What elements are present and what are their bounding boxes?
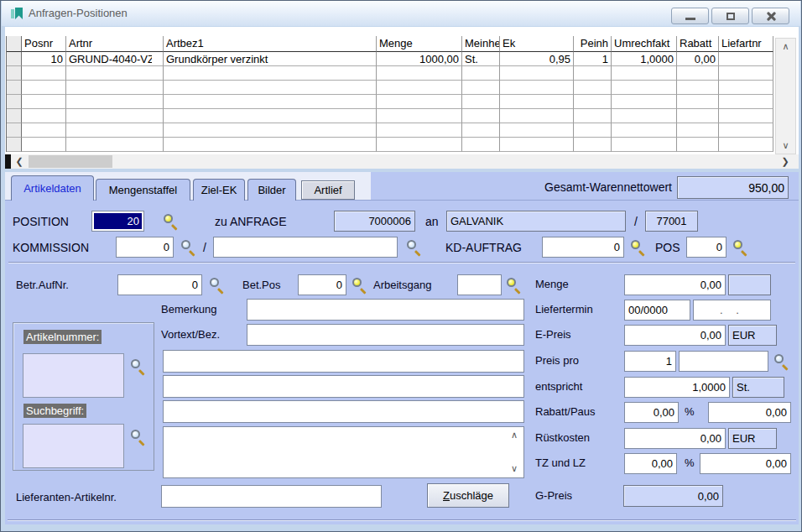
preis-pro-unit-field[interactable]: [679, 351, 768, 372]
row-selector: [7, 138, 22, 152]
empty-cell: [22, 109, 66, 123]
ruestkosten-currency-field: EUR: [728, 428, 777, 449]
col-header-ek[interactable]: Ek: [500, 36, 574, 52]
scroll-right-icon[interactable]: ❯: [775, 154, 795, 169]
liefertermin-date-field[interactable]: . .: [693, 300, 771, 321]
table-row[interactable]: 10 GRUND-4040-VZ Grundkörper verzinkt 10…: [6, 52, 773, 66]
tab-bilder[interactable]: Bilder: [247, 179, 296, 201]
title-bar[interactable]: Anfragen-Positionen: [2, 1, 800, 26]
pos-search-icon[interactable]: [732, 239, 749, 256]
position-field[interactable]: 20: [91, 211, 144, 232]
position-label: POSITION: [13, 215, 69, 228]
text-scroll-down-icon[interactable]: ∨: [508, 463, 521, 474]
arbeitsgang-search-icon[interactable]: [506, 277, 523, 294]
preis-pro-field[interactable]: 1: [624, 351, 676, 372]
minimize-button[interactable]: [671, 8, 709, 24]
col-header-artnr[interactable]: Artnr: [66, 36, 164, 52]
table-row-empty[interactable]: [6, 95, 773, 109]
liefertermin-field[interactable]: 00/0000: [624, 300, 690, 321]
table-row-empty[interactable]: [6, 81, 773, 95]
col-header-rabatt[interactable]: Rabatt: [677, 36, 719, 52]
slash-label: /: [634, 215, 638, 228]
kommission-text-field[interactable]: [213, 237, 398, 258]
rabatt-paus-amount-field[interactable]: 0,00: [708, 402, 791, 423]
preis-pro-search-icon[interactable]: [773, 353, 790, 370]
scroll-down-icon[interactable]: ∨: [776, 140, 795, 151]
summary-value: 950,00: [677, 176, 789, 199]
empty-cell: [719, 66, 773, 81]
col-header-umrechfakt[interactable]: Umrechfakt: [612, 36, 677, 52]
col-header-artbez1[interactable]: Artbez1: [164, 36, 377, 52]
betr-aufnr-field[interactable]: 0: [117, 274, 202, 295]
empty-cell: [719, 123, 773, 138]
suchbegriff-field[interactable]: [23, 424, 124, 468]
empty-cell: [677, 138, 719, 152]
empty-cell: [164, 81, 377, 95]
kommission-search-icon[interactable]: [180, 239, 197, 256]
tab-mengenstaffel[interactable]: Mengenstaffel: [96, 179, 190, 201]
menge-field[interactable]: 0,00: [624, 274, 726, 295]
row-selector[interactable]: [7, 52, 22, 66]
tz-lz-amount-field[interactable]: 0,00: [700, 453, 791, 474]
langtext-field[interactable]: [163, 426, 524, 478]
col-header-peinh[interactable]: Peinh: [574, 36, 612, 52]
window-title: Anfragen-Positionen: [29, 7, 128, 19]
suchbegriff-search-icon[interactable]: [130, 429, 147, 446]
col-header-liefartnr[interactable]: Liefartnr: [719, 36, 773, 52]
e-preis-field[interactable]: 0,00: [624, 325, 726, 346]
arbeitsgang-label: Arbeitsgang: [373, 279, 431, 291]
empty-cell: [22, 123, 66, 138]
artikelnummer-field[interactable]: [23, 353, 124, 398]
artlief-button[interactable]: Artlief: [301, 180, 355, 200]
arbeitsgang-field[interactable]: [457, 274, 502, 295]
col-header-menge[interactable]: Menge: [377, 36, 462, 52]
freitext-row-2[interactable]: [163, 375, 524, 398]
kd-auftrag-search-icon[interactable]: [630, 239, 647, 256]
artikelnummer-label: Artikelnummer:: [23, 330, 102, 344]
vortext-field[interactable]: [247, 324, 524, 346]
restore-button[interactable]: [711, 8, 749, 24]
tab-artikeldaten[interactable]: Artikeldaten: [11, 175, 94, 201]
kommission-text-search-icon[interactable]: [406, 239, 423, 256]
scrollbar-thumb[interactable]: [29, 155, 112, 168]
kommission-field[interactable]: 0: [116, 237, 174, 258]
entspricht-field[interactable]: 1,0000: [624, 377, 730, 398]
bet-pos-field[interactable]: 0: [298, 274, 346, 295]
lieferanten-artikelnr-field[interactable]: [161, 485, 382, 508]
tz-lz-percent-field[interactable]: 0,00: [624, 453, 677, 474]
table-row-empty[interactable]: [6, 138, 773, 152]
grid-vertical-scrollbar[interactable]: ∧ ∨: [775, 38, 796, 154]
vortext-label: Vortext/Bez.: [161, 328, 220, 341]
tab-ziel-ek[interactable]: Ziel-EK: [193, 179, 245, 201]
artikelnummer-search-icon[interactable]: [130, 358, 147, 375]
cell-meinh: St.: [462, 52, 500, 66]
col-header-posnr[interactable]: Posnr: [22, 36, 66, 52]
grid-horizontal-scrollbar[interactable]: ❮ ❯: [5, 154, 799, 169]
rabatt-paus-percent-field[interactable]: 0,00: [624, 402, 679, 423]
text-scroll-up-icon[interactable]: ∧: [508, 430, 521, 441]
table-row-empty[interactable]: [6, 123, 773, 138]
col-header-meinheit[interactable]: Meinheit: [462, 36, 500, 52]
table-row-empty[interactable]: [6, 66, 773, 81]
ruestkosten-field[interactable]: 0,00: [624, 428, 726, 449]
scroll-left-icon[interactable]: ❮: [12, 154, 27, 169]
freitext-row-1[interactable]: [163, 350, 524, 373]
bet-pos-search-icon[interactable]: [352, 277, 368, 294]
close-button[interactable]: [752, 8, 789, 24]
empty-cell: [66, 109, 164, 123]
scroll-up-icon[interactable]: ∧: [776, 41, 795, 52]
minimize-icon: [685, 18, 695, 20]
empty-cell: [66, 95, 164, 109]
table-row-empty[interactable]: [6, 109, 773, 123]
bemerkung-field[interactable]: [247, 299, 524, 321]
row-selector: [7, 123, 22, 138]
empty-cell: [574, 81, 612, 95]
e-preis-currency-field: EUR: [728, 325, 777, 346]
freitext-row-3[interactable]: [163, 400, 524, 423]
kd-auftrag-field[interactable]: 0: [542, 237, 624, 258]
betr-aufnr-search-icon[interactable]: [209, 277, 226, 294]
zuschlaege-button[interactable]: Zuschläge: [427, 483, 509, 508]
position-search-icon[interactable]: [163, 213, 180, 230]
app-window: Anfragen-Positionen Posnr Artnr Artbez1 …: [0, 0, 802, 532]
pos-field[interactable]: 0: [686, 237, 726, 258]
